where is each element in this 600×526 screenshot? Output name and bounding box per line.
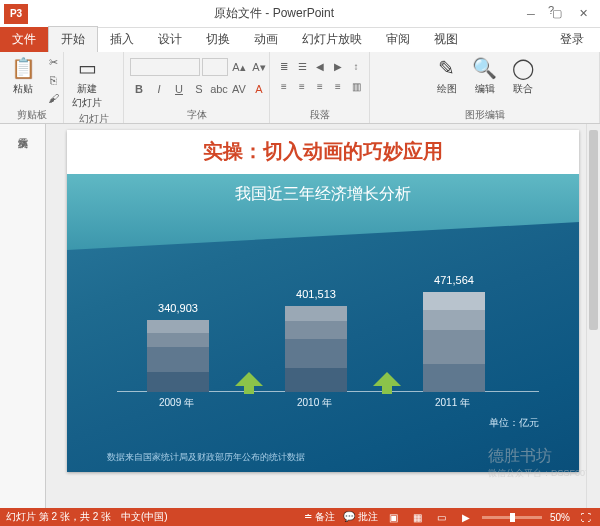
close-button[interactable]: ✕: [572, 5, 594, 23]
sorter-view-button[interactable]: ▦: [410, 510, 426, 524]
new-slide-button[interactable]: ▭ 新建 幻灯片: [70, 54, 104, 112]
tab-insert[interactable]: 插入: [98, 27, 146, 52]
up-arrow-2: [373, 372, 401, 392]
x-label-1: 2010 年: [297, 396, 332, 410]
language-indicator[interactable]: 中文(中国): [121, 510, 168, 524]
login-button[interactable]: 登录: [552, 27, 592, 52]
zoom-level[interactable]: 50%: [550, 512, 570, 523]
indent-dec-button[interactable]: ◀: [312, 58, 328, 74]
tab-transition[interactable]: 切换: [194, 27, 242, 52]
chart-area: 我国近三年经济增长分析 340,903 401,513: [67, 174, 579, 472]
bar-value-1: 401,513: [296, 288, 336, 300]
edit-button[interactable]: 🔍 编辑: [468, 54, 502, 98]
zoom-slider[interactable]: [482, 516, 542, 519]
vertical-scrollbar[interactable]: [586, 124, 600, 508]
grow-font-button[interactable]: A▴: [230, 58, 248, 76]
slide-indicator: 幻灯片 第 2 张，共 2 张: [6, 510, 111, 524]
help-icon[interactable]: ?: [548, 4, 554, 16]
font-size[interactable]: [202, 58, 228, 76]
window-title: 原始文件 - PowerPoint: [28, 5, 520, 22]
paste-button[interactable]: 📋 粘贴: [6, 54, 40, 98]
up-arrow-1: [235, 372, 263, 392]
font-name[interactable]: [130, 58, 200, 76]
shadow-button[interactable]: abc: [210, 80, 228, 98]
comments-button[interactable]: 💬 批注: [343, 510, 378, 524]
paste-label: 粘贴: [13, 82, 33, 96]
find-icon: 🔍: [472, 56, 497, 80]
drawing-icon: ✎: [438, 56, 455, 80]
chart-bar-2011: 471,564: [423, 292, 485, 392]
spacing-button[interactable]: AV: [230, 80, 248, 98]
bold-button[interactable]: B: [130, 80, 148, 98]
tab-design[interactable]: 设计: [146, 27, 194, 52]
notes-button[interactable]: ≐ 备注: [304, 510, 335, 524]
bullets-button[interactable]: ≣: [276, 58, 292, 74]
tab-home[interactable]: 开始: [48, 26, 98, 52]
line-spacing-button[interactable]: ↕: [348, 58, 364, 74]
group-paragraph-label: 段落: [276, 108, 363, 123]
tab-file[interactable]: 文件: [0, 27, 48, 52]
bar-value-0: 340,903: [158, 302, 198, 314]
align-left-button[interactable]: ≡: [276, 78, 292, 94]
chart-bar-2009: 340,903: [147, 320, 209, 392]
fit-window-button[interactable]: ⛶: [578, 510, 594, 524]
reading-view-button[interactable]: ▭: [434, 510, 450, 524]
clipboard-icon: 📋: [11, 56, 36, 80]
format-painter-button[interactable]: 🖌: [44, 90, 62, 106]
strike-button[interactable]: S: [190, 80, 208, 98]
shrink-font-button[interactable]: A▾: [250, 58, 268, 76]
x-label-2: 2011 年: [435, 396, 470, 410]
columns-button[interactable]: ▥: [348, 78, 364, 94]
drawing-label: 绘图: [437, 82, 457, 96]
font-color-button[interactable]: A: [250, 80, 268, 98]
group-clipboard-label: 剪贴板: [6, 108, 57, 123]
x-label-0: 2009 年: [159, 396, 194, 410]
indent-inc-button[interactable]: ▶: [330, 58, 346, 74]
new-slide-icon: ▭: [78, 56, 97, 80]
align-right-button[interactable]: ≡: [312, 78, 328, 94]
align-center-button[interactable]: ≡: [294, 78, 310, 94]
new-slide-label: 新建 幻灯片: [72, 82, 102, 110]
group-font-label: 字体: [130, 108, 263, 123]
slideshow-view-button[interactable]: ▶: [458, 510, 474, 524]
underline-button[interactable]: U: [170, 80, 188, 98]
copy-button[interactable]: ⎘: [44, 72, 62, 88]
cut-button[interactable]: ✂: [44, 54, 62, 70]
italic-button[interactable]: I: [150, 80, 168, 98]
thumbnail-panel[interactable]: 演示文稿: [0, 124, 46, 508]
group-drawing-label: 图形编辑: [376, 108, 593, 123]
tab-view[interactable]: 视图: [422, 27, 470, 52]
tab-review[interactable]: 审阅: [374, 27, 422, 52]
edit-label: 编辑: [475, 82, 495, 96]
chart-source: 数据来自国家统计局及财政部历年公布的统计数据: [107, 451, 305, 464]
app-logo: P3: [4, 4, 28, 24]
chart-unit: 单位：亿元: [489, 416, 539, 430]
union-icon: ◯: [512, 56, 534, 80]
justify-button[interactable]: ≡: [330, 78, 346, 94]
chart-bar-2010: 401,513: [285, 306, 347, 392]
numbering-button[interactable]: ☰: [294, 58, 310, 74]
slide-title: 实操：切入动画的巧妙应用: [67, 130, 579, 169]
chart-title: 我国近三年经济增长分析: [67, 184, 579, 205]
tab-animation[interactable]: 动画: [242, 27, 290, 52]
bar-value-2: 471,564: [434, 274, 474, 286]
drawing-button[interactable]: ✎ 绘图: [430, 54, 464, 98]
union-button[interactable]: ◯ 联合: [506, 54, 540, 98]
slide-canvas[interactable]: 实操：切入动画的巧妙应用 我国近三年经济增长分析 340,903 401,513: [67, 130, 579, 472]
tab-slideshow[interactable]: 幻灯片放映: [290, 27, 374, 52]
normal-view-button[interactable]: ▣: [386, 510, 402, 524]
minimize-button[interactable]: ─: [520, 5, 542, 23]
union-label: 联合: [513, 82, 533, 96]
